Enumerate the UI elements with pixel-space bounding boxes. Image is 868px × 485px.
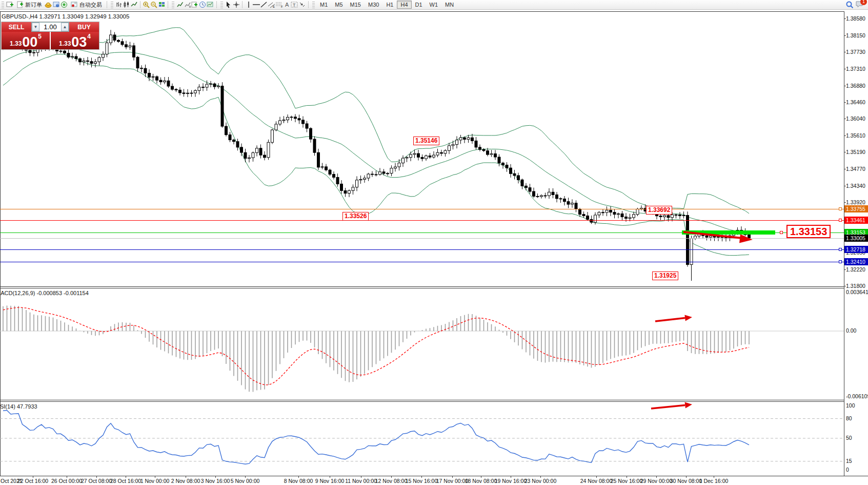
time-axis-label: 25 Nov 16:00 [611, 478, 642, 484]
price-callout[interactable]: 1.33692 [646, 206, 672, 215]
line-endpoint-marker[interactable] [839, 207, 842, 210]
sell-button[interactable]: SELL [2, 22, 31, 32]
zoom-in-icon[interactable] [143, 1, 150, 9]
rsi-pane[interactable] [0, 402, 844, 476]
label-tool-icon[interactable]: T [291, 1, 298, 9]
horizontal-level-line[interactable] [0, 209, 844, 209]
time-axis-label: 8 Nov 08:00 [284, 478, 313, 484]
sell-price-display[interactable]: 1.33 00 5 [2, 32, 50, 49]
line-endpoint-marker[interactable] [780, 231, 783, 234]
market-watch-icon[interactable] [52, 1, 60, 9]
time-axis-tickmark [421, 476, 422, 478]
pane-separator[interactable] [0, 400, 844, 400]
timeframe-d1[interactable]: D1 [412, 1, 426, 9]
price-callout[interactable]: 1.31925 [652, 271, 678, 280]
one-click-trading-panel: SELL ▼ 1.00 ▲ BUY 1.33 00 5 1.33 03 4 [1, 22, 99, 50]
time-axis-tickmark [67, 476, 67, 478]
volume-down-button[interactable]: ▼ [32, 23, 39, 31]
navigator-icon[interactable] [60, 1, 68, 9]
zoom-out-icon[interactable] [150, 1, 158, 9]
current-price-badge: 1.33005 [844, 235, 868, 242]
toolbar-grip[interactable] [220, 2, 223, 8]
mt4-window: 新订单 自动交易 [0, 0, 868, 485]
time-axis[interactable]: Oct 202122 Oct 16:0026 Oct 00:0027 Oct 0… [0, 476, 868, 485]
time-axis-tickmark [452, 476, 453, 478]
templates-dropdown-icon[interactable] [207, 1, 214, 9]
price-callout[interactable]: 1.35146 [413, 137, 439, 145]
buy-price-display[interactable]: 1.33 03 4 [51, 32, 99, 49]
crosshair-tool-icon[interactable] [232, 1, 240, 9]
rsi-axis-label: 80 [846, 415, 852, 421]
timeframe-mn[interactable]: MN [441, 1, 457, 9]
vertical-line-tool-icon[interactable] [245, 1, 252, 9]
price-tick-label: 1.31800 [846, 283, 865, 289]
indicator-list-icon[interactable] [184, 1, 191, 9]
line-endpoint-marker[interactable] [839, 248, 842, 251]
timeframe-m1[interactable]: M1 [316, 1, 331, 9]
chart-plot-area[interactable] [0, 11, 844, 286]
timeframe-m5[interactable]: M5 [331, 1, 346, 9]
line-chart-mode-icon[interactable] [130, 1, 138, 9]
volume-up-button[interactable]: ▲ [61, 23, 69, 31]
volume-control: ▼ 1.00 ▲ [31, 22, 69, 32]
timeframe-m15[interactable]: M15 [347, 1, 365, 9]
rsi-axis-label: 15 [846, 458, 852, 464]
rsi-axis-label: 0 [846, 467, 849, 473]
horizontal-level-line[interactable] [0, 232, 844, 233]
current-price-line[interactable] [0, 238, 844, 239]
profiles-icon[interactable] [45, 1, 52, 9]
time-axis-tickmark [186, 476, 186, 478]
toolbar-grip[interactable] [312, 2, 315, 8]
trendline-tool-icon[interactable] [260, 1, 268, 9]
timeframe-m30[interactable]: M30 [365, 1, 382, 9]
time-axis-label: 30 Nov 08:00 [670, 478, 702, 484]
price-tick-label: 1.36460 [846, 99, 865, 105]
text-tool-icon[interactable]: A [283, 1, 291, 9]
svg-text:A: A [285, 2, 289, 8]
time-axis-label: 3 Nov 16:00 [201, 478, 230, 484]
toolbar-grip[interactable] [111, 2, 113, 8]
timeframe-h4[interactable]: H4 [397, 1, 411, 9]
channel-tool-icon[interactable]: E [268, 1, 275, 9]
candlestick-mode-icon[interactable] [123, 1, 130, 9]
new-chart-icon[interactable] [6, 1, 13, 9]
bar-chart-mode-icon[interactable] [115, 1, 123, 9]
horizontal-level-line[interactable] [0, 249, 844, 250]
timeframe-w1[interactable]: W1 [426, 1, 442, 9]
buy-price-sup: 4 [87, 33, 91, 40]
time-axis-label: 27 Oct 08:00 [81, 478, 112, 484]
horizontal-line-tool-icon[interactable] [252, 1, 260, 9]
fibonacci-tool-icon[interactable]: F [275, 1, 283, 9]
add-indicator-dropdown-icon[interactable] [191, 1, 199, 9]
time-axis-label: 19 Nov 16:00 [495, 478, 527, 484]
price-axis-line [844, 11, 844, 476]
horizontal-level-line[interactable] [0, 220, 844, 221]
price-callout-main[interactable]: 1.33153 [786, 225, 831, 238]
search-icon[interactable] [845, 1, 853, 9]
time-axis-tickmark [126, 476, 126, 478]
volume-input[interactable]: 1.00 [39, 23, 61, 31]
line-endpoint-marker[interactable] [839, 219, 842, 222]
indicators-icon[interactable] [176, 1, 184, 9]
arrows-tool-dropdown-icon[interactable] [298, 1, 306, 9]
toolbar-grip[interactable] [2, 2, 4, 8]
tile-windows-icon[interactable] [158, 1, 166, 9]
auto-trading-icon [70, 1, 78, 9]
horizontal-level-line[interactable] [0, 262, 844, 262]
price-tick-label: 1.37310 [846, 66, 865, 72]
new-order-button[interactable]: 新订单 [13, 0, 45, 10]
notification-badge: 1 [860, 0, 867, 5]
periods-dropdown-icon[interactable] [199, 1, 207, 9]
svg-text:E: E [273, 5, 275, 8]
toolbar-grip[interactable] [172, 2, 174, 8]
auto-trading-button[interactable]: 自动交易 [68, 0, 105, 10]
chat-icon[interactable]: 1 [855, 1, 864, 9]
macd-pane[interactable] [0, 288, 844, 400]
line-endpoint-marker[interactable] [839, 260, 842, 263]
pane-separator[interactable] [0, 286, 844, 287]
cursor-tool-icon[interactable] [225, 1, 232, 9]
timeframe-h1[interactable]: H1 [382, 1, 397, 9]
price-callout[interactable]: 1.33526 [342, 212, 369, 221]
buy-button[interactable]: BUY [69, 22, 99, 32]
time-axis-tickmark [511, 476, 511, 478]
